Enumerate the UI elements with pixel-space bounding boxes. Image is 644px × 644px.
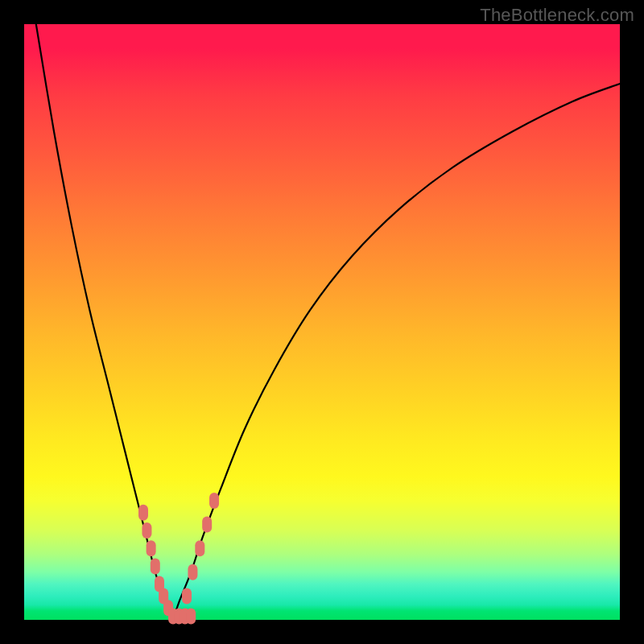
chart-frame: TheBottleneck.com — [0, 0, 644, 644]
watermark-text: TheBottleneck.com — [480, 5, 634, 26]
marker-point — [202, 517, 212, 533]
plot-area — [24, 24, 620, 620]
marker-point — [138, 505, 148, 521]
marker-point — [182, 588, 192, 604]
marker-point — [147, 540, 156, 556]
marker-point — [151, 558, 160, 574]
marker-point — [142, 522, 151, 539]
marker-point — [188, 564, 197, 580]
left-branch-curve — [36, 24, 173, 620]
chart-svg — [24, 24, 620, 620]
marker-point — [186, 609, 196, 625]
marker-point — [209, 493, 219, 509]
right-branch-curve — [173, 84, 620, 620]
marker-point — [195, 540, 204, 556]
